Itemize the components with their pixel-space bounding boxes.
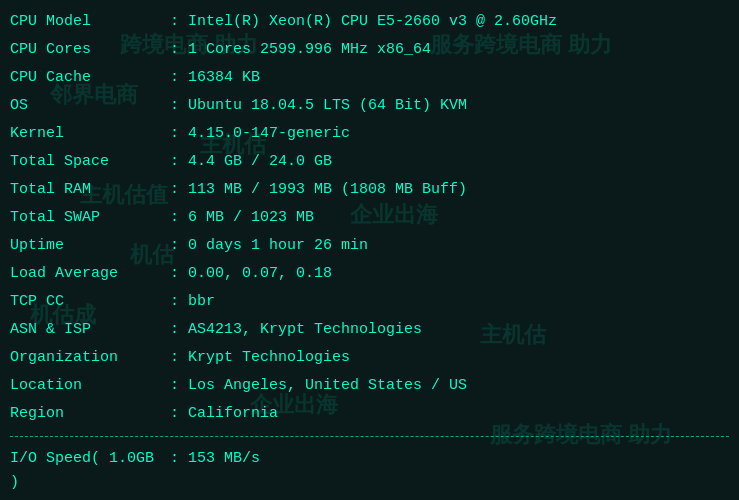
io-row: I/O Speed( 1.0GB ) : 153 MB/s	[10, 445, 729, 497]
row-label: CPU Cores	[10, 38, 170, 62]
row-label: CPU Cache	[10, 66, 170, 90]
table-row: CPU Cores : 1 Cores 2599.996 MHz x86_64	[10, 36, 729, 64]
row-value: 1 Cores 2599.996 MHz x86_64	[188, 38, 431, 62]
row-value: 0 days 1 hour 26 min	[188, 234, 368, 258]
main-container: CPU Model : Intel(R) Xeon(R) CPU E5-2660…	[0, 0, 739, 500]
row-value: bbr	[188, 290, 215, 314]
row-value: 4.15.0-147-generic	[188, 122, 350, 146]
row-label: Kernel	[10, 122, 170, 146]
divider	[10, 436, 729, 437]
table-row: OS : Ubuntu 18.04.5 LTS (64 Bit) KVM	[10, 92, 729, 120]
row-value: 16384 KB	[188, 66, 260, 90]
table-row: Kernel : 4.15.0-147-generic	[10, 120, 729, 148]
row-label: Location	[10, 374, 170, 398]
row-value: 0.00, 0.07, 0.18	[188, 262, 332, 286]
row-colon: :	[170, 122, 180, 146]
table-row: Uptime : 0 days 1 hour 26 min	[10, 232, 729, 260]
row-label: Total RAM	[10, 178, 170, 202]
row-label: Uptime	[10, 234, 170, 258]
row-label: Total SWAP	[10, 206, 170, 230]
io-label: I/O Speed( 1.0GB )	[10, 447, 170, 495]
row-value: Krypt Technologies	[188, 346, 350, 370]
row-colon: :	[170, 346, 180, 370]
row-label: Region	[10, 402, 170, 426]
row-colon: :	[170, 150, 180, 174]
row-value: California	[188, 402, 278, 426]
row-value: 6 MB / 1023 MB	[188, 206, 314, 230]
row-colon: :	[170, 374, 180, 398]
row-label: Total Space	[10, 150, 170, 174]
row-colon: :	[170, 402, 180, 426]
row-value: 113 MB / 1993 MB (1808 MB Buff)	[188, 178, 467, 202]
row-colon: :	[170, 94, 180, 118]
table-row: Total Space : 4.4 GB / 24.0 GB	[10, 148, 729, 176]
row-colon: :	[170, 206, 180, 230]
row-colon: :	[170, 178, 180, 202]
io-section: I/O Speed( 1.0GB ) : 153 MB/s I/O Speed(…	[10, 445, 729, 500]
info-section: CPU Model : Intel(R) Xeon(R) CPU E5-2660…	[10, 8, 729, 428]
row-label: CPU Model	[10, 10, 170, 34]
table-row: CPU Model : Intel(R) Xeon(R) CPU E5-2660…	[10, 8, 729, 36]
io-colon: :	[170, 447, 180, 471]
row-colon: :	[170, 10, 180, 34]
row-colon: :	[170, 318, 180, 342]
row-colon: :	[170, 234, 180, 258]
table-row: CPU Cache : 16384 KB	[10, 64, 729, 92]
table-row: Organization : Krypt Technologies	[10, 344, 729, 372]
row-value: Ubuntu 18.04.5 LTS (64 Bit) KVM	[188, 94, 467, 118]
row-value: Intel(R) Xeon(R) CPU E5-2660 v3 @ 2.60GH…	[188, 10, 557, 34]
table-row: Region : California	[10, 400, 729, 428]
row-label: ASN & ISP	[10, 318, 170, 342]
row-colon: :	[170, 66, 180, 90]
row-colon: :	[170, 38, 180, 62]
row-colon: :	[170, 290, 180, 314]
table-row: ASN & ISP : AS4213, Krypt Technologies	[10, 316, 729, 344]
table-row: Load Average : 0.00, 0.07, 0.18	[10, 260, 729, 288]
row-label: OS	[10, 94, 170, 118]
row-value: 4.4 GB / 24.0 GB	[188, 150, 332, 174]
io-value: 153 MB/s	[188, 447, 260, 471]
row-value: Los Angeles, United States / US	[188, 374, 467, 398]
row-label: Load Average	[10, 262, 170, 286]
row-label: Organization	[10, 346, 170, 370]
row-colon: :	[170, 262, 180, 286]
row-label: TCP CC	[10, 290, 170, 314]
table-row: Location : Los Angeles, United States / …	[10, 372, 729, 400]
table-row: Total RAM : 113 MB / 1993 MB (1808 MB Bu…	[10, 176, 729, 204]
table-row: Total SWAP : 6 MB / 1023 MB	[10, 204, 729, 232]
table-row: TCP CC : bbr	[10, 288, 729, 316]
row-value: AS4213, Krypt Technologies	[188, 318, 422, 342]
